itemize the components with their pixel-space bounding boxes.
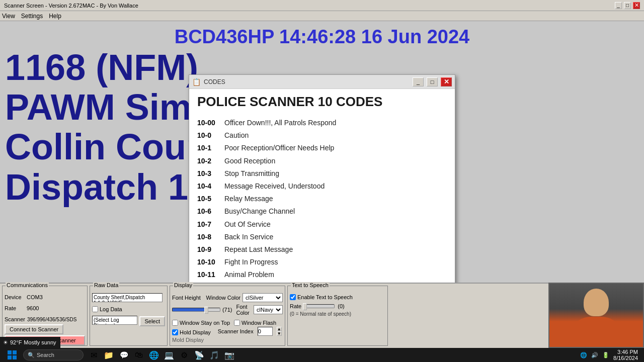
svg-rect-0 — [8, 350, 12, 354]
svg-rect-2 — [8, 355, 12, 359]
rawdata-section: Raw Data County Sherif,Dispatch 1,1,0,,N… — [90, 286, 168, 346]
dialog-minimize-btn[interactable]: _ — [413, 77, 424, 86]
taskbar-icon-app3[interactable]: 📡 — [192, 349, 206, 361]
code-number: 10-0 — [197, 129, 222, 142]
tts-rate-note: (0 = Normal rate of speech) — [290, 311, 385, 317]
code-desc: Out Of Service — [224, 218, 271, 231]
dialog-maximize-btn[interactable]: □ — [427, 77, 438, 86]
menu-help[interactable]: Help — [49, 13, 61, 20]
hold-display-label: Hold Display — [180, 329, 211, 335]
menu-view[interactable]: View — [2, 13, 15, 20]
app-titlebar: Scanner Screen - Version 2.672MAC - By V… — [0, 0, 644, 11]
enable-tts-label: Enable Text to Speech — [297, 294, 353, 300]
taskbar-icon-app4[interactable]: 🎵 — [207, 349, 221, 361]
codes-list: 10-00Officer Down!!!, All Patrols Respon… — [197, 117, 447, 288]
rawdata-value: County Sherif,Dispatch 1,1,0,,NONE — [92, 293, 163, 302]
main-max-btn[interactable]: □ — [624, 2, 631, 9]
taskbar-icon-app1[interactable]: 💻 — [162, 349, 176, 361]
enable-tts-checkbox[interactable] — [290, 294, 296, 300]
taskbar-icon-browser[interactable]: 🌐 — [147, 349, 161, 361]
menu-settings[interactable]: Settings — [21, 13, 43, 20]
volume-icon[interactable]: 🔊 — [591, 352, 598, 358]
search-icon: 🔍 — [28, 352, 35, 358]
code-desc: Relay Message — [224, 193, 273, 205]
code-desc: Officer Down!!!, All Patrols Respond — [224, 117, 336, 129]
taskbar-icon-app5[interactable]: 📷 — [222, 349, 236, 361]
tts-section: Text to Speech Enable Text to Speech Rat… — [287, 286, 388, 346]
font-height-label: Font Height — [172, 295, 201, 301]
window-stay-on-top-label: Window Stay on Top — [180, 320, 230, 326]
taskbar-icon-mail[interactable]: ✉ — [87, 349, 101, 361]
taskbar-icons: ✉ 📁 💬 🛍 🌐 💻 ⚙ 📡 🎵 📷 — [87, 349, 236, 361]
font-height-value: (71) — [222, 307, 232, 313]
network-icon[interactable]: 🌐 — [580, 352, 587, 358]
font-color-select[interactable]: clNavy — [254, 305, 283, 314]
svg-rect-1 — [13, 350, 17, 354]
code-item: 10-8Back In Service — [197, 231, 447, 243]
code-item: 10-00Officer Down!!!, All Patrols Respon… — [197, 117, 447, 129]
battery-icon[interactable]: 🔋 — [602, 352, 609, 358]
code-number: 10-5 — [197, 193, 222, 205]
window-color-select[interactable]: clSilver — [243, 293, 283, 302]
search-label: Search — [37, 352, 54, 358]
display-section: Display Font Height Window Color clSilve… — [170, 286, 285, 346]
taskbar-search[interactable]: 🔍 Search — [23, 349, 84, 360]
weather-condition: Mostly sunny — [24, 339, 56, 345]
main-close-btn[interactable]: ✕ — [633, 2, 640, 9]
hold-display-checkbox[interactable] — [172, 329, 178, 335]
dialog-title: CODES — [204, 78, 410, 85]
scanner-index-down-btn[interactable]: ▼ — [277, 331, 282, 336]
taskbar-date: 8/16/2024 — [613, 355, 638, 361]
start-button[interactable] — [2, 349, 22, 361]
app-menu: View Settings Help — [0, 11, 644, 21]
code-number: 10-4 — [197, 180, 222, 193]
taskbar-icon-chat[interactable]: 💬 — [117, 349, 131, 361]
tts-rate-handle[interactable] — [303, 303, 307, 310]
code-item: 10-2Good Reception — [197, 155, 447, 167]
webcam-person — [549, 284, 643, 347]
weather-bar: ☀ 92°F Mostly sunny — [0, 337, 60, 348]
code-item: 10-5Relay Message — [197, 193, 447, 205]
tts-rate-label: Rate — [290, 303, 301, 309]
webcam-head — [584, 289, 609, 316]
scanner-label: Scanner — [5, 316, 25, 322]
dialog-close-btn[interactable]: ✕ — [441, 77, 452, 86]
scanner-index-up-btn[interactable]: ▲ — [277, 327, 282, 331]
font-height-slider-handle[interactable] — [204, 307, 208, 314]
taskbar-time-date[interactable]: 3:46 PM 8/16/2024 — [613, 349, 638, 361]
tts-title: Text to Speech — [291, 282, 330, 288]
code-desc: Busy/Change Channel — [224, 205, 295, 218]
device-value: COM3 — [27, 294, 43, 300]
connect-btn[interactable]: Connect to Scanner — [5, 324, 63, 334]
dialog-content[interactable]: POLICE SCANNER 10 CODES 10-00Officer Dow… — [189, 89, 455, 288]
tts-rate-slider — [304, 304, 335, 308]
mold-display-label: Mold Display — [172, 337, 283, 343]
code-number: 10-3 — [197, 167, 222, 180]
taskbar-icon-explorer[interactable]: 📁 — [102, 349, 116, 361]
select-btn[interactable]: Select — [139, 316, 165, 326]
bottom-panel: Communications Device COM3 Rate 9600 Sca… — [0, 283, 548, 348]
display-title: Display — [173, 282, 193, 288]
font-color-label: Font Color — [236, 304, 252, 316]
codes-dialog: 📋 CODES _ □ ✕ POLICE SCANNER 10 CODES 10… — [189, 74, 455, 288]
app-title: Scanner Screen - Version 2.672MAC - By V… — [4, 3, 138, 9]
taskbar-icon-store[interactable]: 🛍 — [132, 349, 146, 361]
dialog-titlebar: 📋 CODES _ □ ✕ — [189, 75, 455, 89]
code-number: 10-8 — [197, 231, 222, 243]
rate-label: Rate — [5, 305, 25, 311]
code-item: 10-11Animal Problem — [197, 268, 447, 281]
code-item: 10-10Fight In Progress — [197, 256, 447, 268]
window-stay-on-top-checkbox[interactable] — [172, 320, 178, 326]
code-desc: Animal Problem — [224, 268, 274, 281]
code-number: 10-7 — [197, 218, 222, 231]
tts-rate-value: (0) — [338, 303, 344, 309]
rate-value: 9600 — [27, 305, 39, 311]
scanner-header: BCD436HP 14:46:28 16 Jun 2024 — [0, 26, 644, 48]
scanner-index-input[interactable] — [258, 327, 273, 336]
code-item: 10-4Message Received, Understood — [197, 180, 447, 193]
main-min-btn[interactable]: _ — [615, 2, 622, 9]
taskbar-icon-app2[interactable]: ⚙ — [177, 349, 191, 361]
log-data-checkbox[interactable] — [92, 306, 98, 312]
window-flash-checkbox[interactable] — [234, 320, 240, 326]
code-desc: Caution — [224, 129, 249, 142]
